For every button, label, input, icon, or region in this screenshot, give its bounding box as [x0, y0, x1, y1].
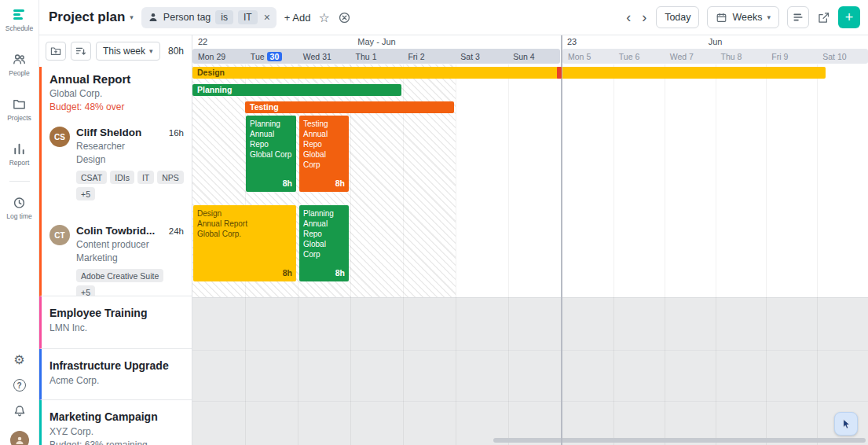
more-tags-badge[interactable]: +5 — [76, 187, 95, 200]
sidebar-item-schedule[interactable]: Schedule — [5, 6, 33, 32]
timeline: 22 May - Jun 23 Jun Mon29 Tue30 Wed31 Th… — [192, 35, 868, 445]
avatar: CT — [49, 225, 70, 245]
help-icon[interactable]: ? — [13, 379, 26, 392]
project-name: Annual Report — [49, 72, 182, 86]
day-header-thu-1[interactable]: Thu1 — [350, 49, 403, 64]
timeline-grid[interactable]: Design Planning Testing Planning Annual … — [192, 64, 868, 445]
day-header-sat-3[interactable]: Sat3 — [455, 49, 507, 64]
week2-day-header: Mon5 Tue6 Wed7 Thu8 Fri9 Sat10 — [562, 49, 868, 64]
grid-line — [350, 64, 351, 445]
sort-button[interactable] — [71, 42, 91, 61]
filter-chip[interactable]: Person tag is IT × — [141, 7, 277, 28]
today-button[interactable]: Today — [656, 6, 699, 28]
project-name: Marketing Campaign — [49, 410, 182, 423]
app-window: Schedule People Projects Report Log tim — [0, 0, 868, 445]
rail-divider — [9, 181, 30, 182]
folder-icon — [12, 96, 27, 112]
member-card-cliff[interactable]: CS Cliff Sheldon 16h Researcher Design C… — [42, 120, 192, 208]
tag-row: Adobe Creative Suite +5 — [76, 269, 184, 296]
rail-label: Projects — [7, 114, 31, 122]
member-name: Colin Towbrid... — [76, 225, 155, 237]
timeline-week-row: 22 May - Jun 23 Jun — [192, 35, 868, 49]
member-info: Cliff Sheldon 16h Researcher Design CSAT… — [76, 127, 184, 200]
zoom-level-select[interactable]: Weeks ▾ — [707, 6, 779, 28]
day-header-tue-6[interactable]: Tue6 — [613, 49, 665, 64]
week1-day-header: Mon29 Tue30 Wed31 Thu1 Fri2 Sat3 Sun4 — [192, 49, 560, 64]
user-avatar[interactable] — [10, 431, 29, 445]
chevron-down-icon: ▾ — [130, 13, 134, 21]
day-header-tue-30-today[interactable]: Tue30 — [245, 49, 298, 64]
member-department: Marketing — [76, 252, 184, 263]
day-header-fri-2[interactable]: Fri2 — [402, 49, 455, 64]
today-badge: 30 — [267, 52, 283, 61]
project-row-employee-training[interactable]: Employee Training LMN Inc. — [39, 296, 192, 349]
clear-filters-icon[interactable] — [338, 11, 351, 24]
member-card-colin[interactable]: CT Colin Towbrid... 24h Content producer… — [42, 218, 192, 296]
month-label: May - Jun — [192, 37, 561, 46]
star-icon[interactable]: ☆ — [318, 10, 329, 25]
project-name: Infrastructure Upgrade — [49, 359, 182, 372]
day-header-mon-29[interactable]: Mon29 — [192, 49, 245, 64]
remove-filter-icon[interactable]: × — [262, 11, 272, 24]
avatar: CS — [49, 127, 70, 147]
bell-icon[interactable] — [13, 404, 27, 418]
cursor-tool-button[interactable] — [834, 412, 858, 436]
prev-period-button[interactable]: ‹ — [624, 10, 632, 24]
milestone-bar-planning[interactable]: Planning — [192, 84, 401, 96]
project-row-marketing-campaign[interactable]: Marketing Campaign XYZ Corp. Budget: 63%… — [39, 400, 192, 445]
member-name: Cliff Sheldon — [76, 127, 141, 138]
day-header-thu-8[interactable]: Thu8 — [715, 49, 766, 64]
project-client: Global Corp. — [49, 88, 182, 99]
filter-operator[interactable]: is — [215, 10, 233, 24]
sidebar-item-projects[interactable]: Projects — [7, 96, 31, 122]
project-group-annual-report: Annual Report Global Corp. Budget: 48% o… — [39, 67, 192, 296]
project-client: Acme Corp. — [49, 375, 182, 386]
day-header-wed-31[interactable]: Wed31 — [298, 49, 350, 64]
member-role: Researcher — [76, 141, 184, 152]
day-header-sat-10[interactable]: Sat10 — [817, 49, 868, 64]
sidebar-item-log-time[interactable]: Log time — [6, 194, 32, 220]
project-row-infrastructure-upgrade[interactable]: Infrastructure Upgrade Acme Corp. — [39, 349, 192, 400]
task-hours: 8h — [283, 268, 292, 279]
task-testing-cliff[interactable]: Testing Annual Repo Global Corp 8h — [299, 116, 349, 192]
day-header-fri-9[interactable]: Fri9 — [766, 49, 817, 64]
add-filter-button[interactable]: + Add — [284, 12, 311, 24]
member-info: Colin Towbrid... 24h Content producer Ma… — [76, 225, 184, 296]
grid-line — [613, 64, 614, 445]
tag: IDIs — [110, 171, 134, 184]
share-icon[interactable] — [817, 11, 830, 24]
sidebar-item-report[interactable]: Report — [9, 141, 30, 167]
week-range-select[interactable]: This week ▾ — [96, 42, 160, 61]
task-planning-colin[interactable]: Planning Annual Repo Global Corp 8h — [299, 205, 349, 281]
grid-line — [456, 64, 456, 445]
add-button[interactable]: + — [838, 6, 860, 28]
row-separator — [192, 350, 868, 351]
grid-line — [817, 64, 818, 445]
task-hours: 8h — [335, 268, 345, 279]
next-period-button[interactable]: › — [640, 10, 648, 24]
day-header-wed-7[interactable]: Wed7 — [665, 49, 716, 64]
milestone-bar-testing[interactable]: Testing — [245, 101, 454, 113]
horizontal-scrollbar[interactable] — [493, 438, 866, 443]
add-project-button[interactable] — [46, 42, 66, 61]
more-tags-badge[interactable]: +5 — [76, 285, 95, 296]
tag: IT — [137, 171, 154, 184]
project-sidebar: This week ▾ 80h Annual Report Global Cor… — [39, 35, 192, 445]
sidebar-item-people[interactable]: People — [9, 51, 29, 77]
clock-icon — [11, 194, 27, 210]
task-planning-cliff[interactable]: Planning Annual Repo Global Corp 8h — [246, 116, 296, 192]
grid-line — [508, 64, 509, 445]
task-design-colin[interactable]: Design Annual Report Global Corp. 8h — [193, 205, 296, 281]
tag: CSAT — [76, 171, 107, 184]
day-header-mon-5[interactable]: Mon5 — [562, 49, 613, 64]
filter-value[interactable]: IT — [238, 10, 258, 24]
swimlane-view-button[interactable] — [787, 6, 809, 28]
gear-icon[interactable]: ⚙ — [13, 354, 24, 366]
day-header-sun-4[interactable]: Sun4 — [507, 49, 560, 64]
task-hours: 8h — [283, 178, 292, 189]
project-budget-status: Budget: 63% remaining — [49, 439, 182, 445]
project-header[interactable]: Annual Report Global Corp. Budget: 48% o… — [42, 67, 192, 120]
page-title[interactable]: Project plan ▾ — [49, 9, 134, 25]
collapsed-projects-area — [192, 297, 868, 445]
milestone-bar-design[interactable]: Design — [192, 67, 826, 79]
